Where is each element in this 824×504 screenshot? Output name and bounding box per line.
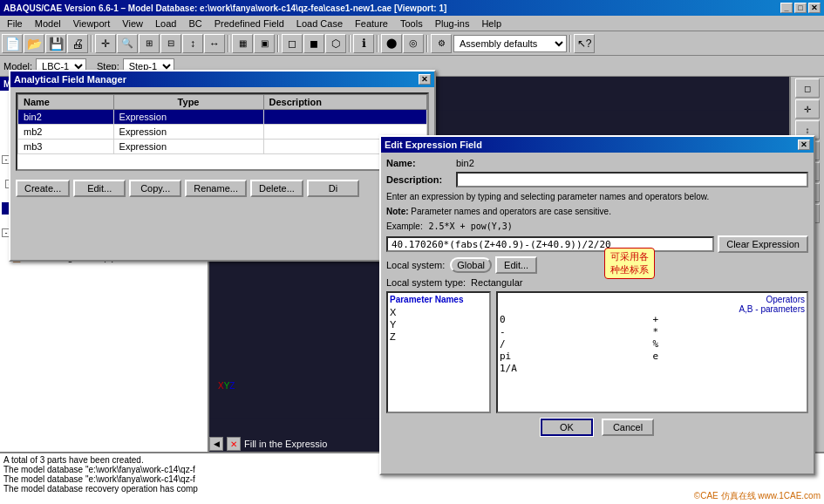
menu-feature[interactable]: Feature xyxy=(350,17,393,30)
di-btn[interactable]: Di xyxy=(307,180,359,197)
info-btn[interactable]: ℹ xyxy=(353,34,374,53)
expression-input[interactable] xyxy=(386,236,714,252)
operators-title: Operators xyxy=(766,295,805,304)
op-plus[interactable]: + xyxy=(653,314,806,325)
menu-plugins[interactable]: Plug-ins xyxy=(430,17,475,30)
view2-btn[interactable]: ▣ xyxy=(254,34,275,53)
afm-dialog: Analytical Field Manager ✕ Name Type Des… xyxy=(9,70,436,262)
op-e[interactable]: e xyxy=(653,351,806,362)
param-z[interactable]: Z xyxy=(390,330,487,343)
afm-close-btn[interactable]: ✕ xyxy=(419,74,431,85)
app-title: ABAQUS/CAE Version 6.6-1 – Model Databas… xyxy=(3,3,446,13)
eef-close-btn[interactable]: ✕ xyxy=(798,140,810,150)
afm-titlebar: Analytical Field Manager ✕ xyxy=(10,72,434,87)
local-sys-label: Local system: xyxy=(386,260,445,270)
zoom-fit-btn[interactable]: ⊟ xyxy=(160,34,181,53)
rt-btn1[interactable]: ◻ xyxy=(795,78,820,98)
rt-btn2[interactable]: ✛ xyxy=(795,99,820,119)
menu-viewport[interactable]: Viewport xyxy=(68,17,116,30)
maximize-btn[interactable]: □ xyxy=(794,3,807,13)
pan-btn[interactable]: ↔ xyxy=(204,34,225,53)
menu-load[interactable]: Load xyxy=(150,17,181,30)
desc-input[interactable] xyxy=(456,172,808,187)
param-y[interactable]: Y xyxy=(390,318,487,330)
menu-predef[interactable]: Predefined Field xyxy=(209,17,289,30)
edit-btn[interactable]: Edit... xyxy=(73,180,126,197)
assembly-icon-btn[interactable]: ⚙ xyxy=(431,34,452,53)
param-title: Parameter Names xyxy=(390,295,487,304)
sep1 xyxy=(91,35,92,52)
menu-tools[interactable]: Tools xyxy=(395,17,428,30)
assembly-dropdown[interactable]: Assembly defaults xyxy=(453,35,567,52)
display2-btn[interactable]: ◎ xyxy=(403,34,424,53)
view1-btn[interactable]: ▦ xyxy=(232,34,253,53)
mesh-btn[interactable]: ⬡ xyxy=(325,34,346,53)
print-btn[interactable]: 🖨 xyxy=(67,34,88,53)
cancel-btn[interactable]: Cancel xyxy=(602,419,654,436)
sep3 xyxy=(277,35,279,52)
help-cursor-btn[interactable]: ↖? xyxy=(574,34,595,53)
save-btn[interactable]: 💾 xyxy=(45,34,66,53)
example-row: Example: 2.5*X + pow(Y,3) xyxy=(386,221,808,232)
desc-row: Description: xyxy=(386,172,808,187)
coord-indicator: XYZ xyxy=(218,381,235,391)
menu-file[interactable]: File xyxy=(2,17,28,30)
op-ab-header: A,B - parameters xyxy=(500,304,805,314)
menu-view[interactable]: View xyxy=(117,17,148,30)
annotation-bubble: 可采用各 种坐标系 xyxy=(604,248,655,279)
op-mul[interactable]: * xyxy=(653,326,806,337)
table-row-bin2[interactable]: bin2 Expression xyxy=(18,110,427,125)
ok-btn[interactable]: OK xyxy=(541,419,593,436)
minimize-btn[interactable]: _ xyxy=(780,3,793,13)
zoom-box-btn[interactable]: ⊞ xyxy=(139,34,160,53)
afm-content: Name Type Description bin2 Expression mb… xyxy=(10,87,434,202)
afm-table: Name Type Description bin2 Expression mb… xyxy=(17,94,427,154)
new-btn[interactable]: 📄 xyxy=(2,34,23,53)
menu-bc[interactable]: BC xyxy=(183,17,207,30)
clear-expr-btn[interactable]: Clear Expression xyxy=(718,235,808,253)
name-label: Name: xyxy=(386,158,456,168)
open-btn[interactable]: 📂 xyxy=(24,34,44,53)
copy-btn[interactable]: Copy... xyxy=(129,180,181,197)
fill-x-btn[interactable]: ✕ xyxy=(227,437,241,451)
sep5 xyxy=(377,35,378,52)
main-titlebar: ABAQUS/CAE Version 6.6-1 – Model Databas… xyxy=(0,0,824,16)
op-0[interactable]: 0 xyxy=(500,314,652,325)
op-pi[interactable]: pi xyxy=(500,351,652,362)
menu-help[interactable]: Help xyxy=(476,17,507,30)
op-minus[interactable]: - xyxy=(500,326,652,337)
param-x[interactable]: X xyxy=(390,306,487,318)
afm-buttons: Create... Edit... Copy... Rename... Dele… xyxy=(16,176,429,197)
assembly-btn[interactable]: ◼ xyxy=(303,34,324,53)
delete-btn[interactable]: Delete... xyxy=(250,180,303,197)
rename-btn[interactable]: Rename... xyxy=(185,180,247,197)
menu-loadcase[interactable]: Load Case xyxy=(291,17,348,30)
local-sys-edit-btn[interactable]: Edit... xyxy=(495,256,537,274)
table-row-mb3[interactable]: mb3 Expression xyxy=(18,140,427,154)
watermark: ©CAE 仿真在线 www.1CAE.com xyxy=(694,490,821,502)
table-row-mb2[interactable]: mb2 Expression xyxy=(18,125,427,140)
sep7 xyxy=(569,35,571,52)
op-header: Operators xyxy=(500,295,805,304)
note-bold: Note: xyxy=(386,207,411,216)
create-btn[interactable]: Create... xyxy=(16,180,70,197)
param-names-box: Parameter Names X Y Z xyxy=(386,291,491,413)
close-btn[interactable]: ✕ xyxy=(808,3,821,13)
select-btn[interactable]: ✛ xyxy=(95,34,116,53)
rotate-btn[interactable]: ↕ xyxy=(182,34,203,53)
part-btn[interactable]: ◻ xyxy=(282,34,303,53)
menu-model[interactable]: Model xyxy=(30,17,66,30)
name-row: Name: bin2 xyxy=(386,158,808,168)
row-mb2-name: mb2 xyxy=(18,125,114,140)
local-sys-row: Local system: Global Edit... 可采用各 种坐标系 xyxy=(386,256,808,274)
fill-left-btn[interactable]: ◀ xyxy=(209,437,223,451)
local-sys-type-label: Local system type: xyxy=(386,277,466,288)
op-div[interactable]: / xyxy=(500,338,652,350)
zoom-btn[interactable]: 🔍 xyxy=(117,34,138,53)
note-text2: Note: Parameter names and operators are … xyxy=(386,206,808,217)
op-inv[interactable]: 1/A xyxy=(500,363,652,374)
global-btn[interactable]: Global xyxy=(450,257,492,273)
row-mb3-type: Expression xyxy=(113,140,263,154)
display1-btn[interactable]: ⬤ xyxy=(381,34,402,53)
op-mod[interactable]: % xyxy=(653,338,806,350)
